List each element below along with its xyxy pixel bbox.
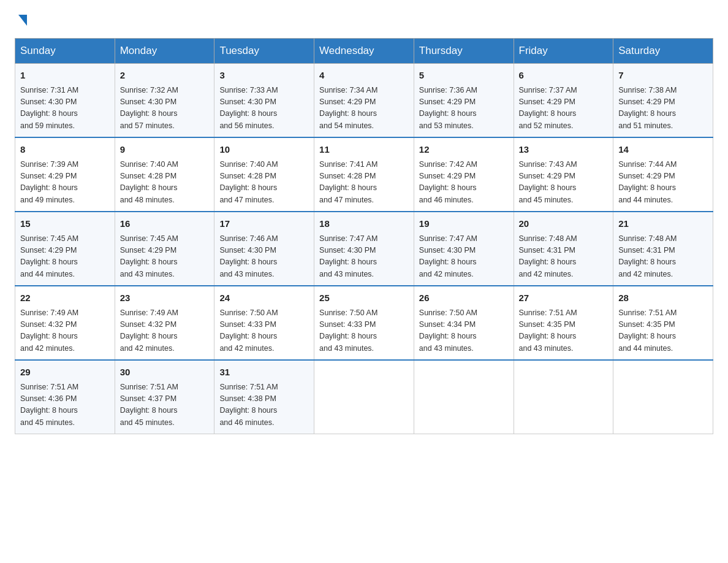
day-number: 14 bbox=[618, 143, 708, 157]
day-number: 17 bbox=[219, 217, 309, 231]
day-number: 27 bbox=[519, 291, 609, 305]
day-number: 18 bbox=[319, 217, 409, 231]
calendar-cell bbox=[314, 360, 414, 434]
day-info: Sunrise: 7:45 AMSunset: 4:29 PMDaylight:… bbox=[120, 233, 210, 281]
calendar-cell: 18Sunrise: 7:47 AMSunset: 4:30 PMDayligh… bbox=[314, 212, 414, 286]
calendar-cell: 15Sunrise: 7:45 AMSunset: 4:29 PMDayligh… bbox=[15, 212, 115, 286]
calendar-cell: 24Sunrise: 7:50 AMSunset: 4:33 PMDayligh… bbox=[214, 286, 314, 360]
day-number: 25 bbox=[319, 291, 409, 305]
day-number: 21 bbox=[618, 217, 708, 231]
day-number: 9 bbox=[120, 143, 210, 157]
day-info: Sunrise: 7:51 AMSunset: 4:38 PMDaylight:… bbox=[219, 381, 309, 429]
day-info: Sunrise: 7:45 AMSunset: 4:29 PMDaylight:… bbox=[20, 233, 110, 281]
calendar-week-row: 1Sunrise: 7:31 AMSunset: 4:30 PMDaylight… bbox=[15, 64, 713, 138]
col-header-thursday: Thursday bbox=[414, 39, 514, 64]
day-number: 24 bbox=[219, 291, 309, 305]
calendar-cell: 2Sunrise: 7:32 AMSunset: 4:30 PMDaylight… bbox=[115, 64, 214, 138]
calendar-cell: 10Sunrise: 7:40 AMSunset: 4:28 PMDayligh… bbox=[214, 137, 314, 212]
day-number: 11 bbox=[319, 143, 409, 157]
logo-triangle-icon bbox=[18, 15, 27, 26]
day-number: 2 bbox=[120, 69, 210, 83]
calendar-cell: 16Sunrise: 7:45 AMSunset: 4:29 PMDayligh… bbox=[115, 212, 214, 286]
day-number: 28 bbox=[618, 291, 708, 305]
calendar-cell: 30Sunrise: 7:51 AMSunset: 4:37 PMDayligh… bbox=[115, 360, 214, 434]
calendar-cell: 31Sunrise: 7:51 AMSunset: 4:38 PMDayligh… bbox=[214, 360, 314, 434]
calendar-cell bbox=[514, 360, 613, 434]
logo-blue-text bbox=[15, 15, 27, 26]
day-info: Sunrise: 7:49 AMSunset: 4:32 PMDaylight:… bbox=[120, 307, 210, 355]
day-number: 8 bbox=[20, 143, 110, 157]
day-info: Sunrise: 7:34 AMSunset: 4:29 PMDaylight:… bbox=[319, 85, 409, 132]
day-info: Sunrise: 7:32 AMSunset: 4:30 PMDaylight:… bbox=[120, 85, 210, 132]
calendar-cell: 25Sunrise: 7:50 AMSunset: 4:33 PMDayligh… bbox=[314, 286, 414, 360]
calendar-cell: 7Sunrise: 7:38 AMSunset: 4:29 PMDaylight… bbox=[613, 64, 713, 138]
day-info: Sunrise: 7:40 AMSunset: 4:28 PMDaylight:… bbox=[120, 159, 210, 207]
day-info: Sunrise: 7:51 AMSunset: 4:36 PMDaylight:… bbox=[20, 381, 110, 429]
calendar-cell: 19Sunrise: 7:47 AMSunset: 4:30 PMDayligh… bbox=[414, 212, 514, 286]
day-info: Sunrise: 7:33 AMSunset: 4:30 PMDaylight:… bbox=[219, 85, 309, 132]
calendar-cell: 3Sunrise: 7:33 AMSunset: 4:30 PMDaylight… bbox=[214, 64, 314, 138]
calendar-cell: 29Sunrise: 7:51 AMSunset: 4:36 PMDayligh… bbox=[15, 360, 115, 434]
day-number: 19 bbox=[419, 217, 509, 231]
calendar-cell bbox=[613, 360, 713, 434]
day-number: 31 bbox=[219, 366, 309, 380]
day-info: Sunrise: 7:44 AMSunset: 4:29 PMDaylight:… bbox=[618, 159, 708, 207]
day-number: 4 bbox=[319, 69, 409, 83]
day-info: Sunrise: 7:50 AMSunset: 4:33 PMDaylight:… bbox=[319, 307, 409, 355]
calendar-cell: 26Sunrise: 7:50 AMSunset: 4:34 PMDayligh… bbox=[414, 286, 514, 360]
calendar-cell: 27Sunrise: 7:51 AMSunset: 4:35 PMDayligh… bbox=[514, 286, 613, 360]
day-number: 30 bbox=[120, 366, 210, 380]
day-info: Sunrise: 7:51 AMSunset: 4:37 PMDaylight:… bbox=[120, 381, 210, 429]
calendar-cell: 4Sunrise: 7:34 AMSunset: 4:29 PMDaylight… bbox=[314, 64, 414, 138]
calendar-cell: 21Sunrise: 7:48 AMSunset: 4:31 PMDayligh… bbox=[613, 212, 713, 286]
day-number: 22 bbox=[20, 291, 110, 305]
day-info: Sunrise: 7:51 AMSunset: 4:35 PMDaylight:… bbox=[618, 307, 708, 355]
day-info: Sunrise: 7:37 AMSunset: 4:29 PMDaylight:… bbox=[519, 85, 609, 132]
day-info: Sunrise: 7:51 AMSunset: 4:35 PMDaylight:… bbox=[519, 307, 609, 355]
day-number: 7 bbox=[618, 69, 708, 83]
calendar-cell: 17Sunrise: 7:46 AMSunset: 4:30 PMDayligh… bbox=[214, 212, 314, 286]
col-header-friday: Friday bbox=[514, 39, 613, 64]
day-info: Sunrise: 7:31 AMSunset: 4:30 PMDaylight:… bbox=[20, 85, 110, 132]
calendar-cell: 8Sunrise: 7:39 AMSunset: 4:29 PMDaylight… bbox=[15, 137, 115, 212]
day-info: Sunrise: 7:50 AMSunset: 4:33 PMDaylight:… bbox=[219, 307, 309, 355]
day-number: 16 bbox=[120, 217, 210, 231]
calendar-cell: 22Sunrise: 7:49 AMSunset: 4:32 PMDayligh… bbox=[15, 286, 115, 360]
day-info: Sunrise: 7:42 AMSunset: 4:29 PMDaylight:… bbox=[419, 159, 509, 207]
day-number: 1 bbox=[20, 69, 110, 83]
calendar-cell bbox=[414, 360, 514, 434]
day-info: Sunrise: 7:47 AMSunset: 4:30 PMDaylight:… bbox=[419, 233, 509, 281]
day-info: Sunrise: 7:50 AMSunset: 4:34 PMDaylight:… bbox=[419, 307, 509, 355]
day-number: 3 bbox=[219, 69, 309, 83]
col-header-saturday: Saturday bbox=[613, 39, 713, 64]
calendar-cell: 9Sunrise: 7:40 AMSunset: 4:28 PMDaylight… bbox=[115, 137, 214, 212]
day-info: Sunrise: 7:48 AMSunset: 4:31 PMDaylight:… bbox=[519, 233, 609, 281]
day-number: 15 bbox=[20, 217, 110, 231]
calendar-week-row: 15Sunrise: 7:45 AMSunset: 4:29 PMDayligh… bbox=[15, 212, 713, 286]
calendar-cell: 28Sunrise: 7:51 AMSunset: 4:35 PMDayligh… bbox=[613, 286, 713, 360]
col-header-tuesday: Tuesday bbox=[214, 39, 314, 64]
col-header-wednesday: Wednesday bbox=[314, 39, 414, 64]
calendar-cell: 23Sunrise: 7:49 AMSunset: 4:32 PMDayligh… bbox=[115, 286, 214, 360]
calendar-cell: 1Sunrise: 7:31 AMSunset: 4:30 PMDaylight… bbox=[15, 64, 115, 138]
day-number: 13 bbox=[519, 143, 609, 157]
calendar-cell: 13Sunrise: 7:43 AMSunset: 4:29 PMDayligh… bbox=[514, 137, 613, 212]
page-header bbox=[15, 15, 713, 26]
day-info: Sunrise: 7:48 AMSunset: 4:31 PMDaylight:… bbox=[618, 233, 708, 281]
col-header-monday: Monday bbox=[115, 39, 214, 64]
calendar-week-row: 22Sunrise: 7:49 AMSunset: 4:32 PMDayligh… bbox=[15, 286, 713, 360]
col-header-sunday: Sunday bbox=[15, 39, 115, 64]
day-info: Sunrise: 7:46 AMSunset: 4:30 PMDaylight:… bbox=[219, 233, 309, 281]
day-number: 5 bbox=[419, 69, 509, 83]
calendar-cell: 5Sunrise: 7:36 AMSunset: 4:29 PMDaylight… bbox=[414, 64, 514, 138]
day-info: Sunrise: 7:47 AMSunset: 4:30 PMDaylight:… bbox=[319, 233, 409, 281]
day-info: Sunrise: 7:40 AMSunset: 4:28 PMDaylight:… bbox=[219, 159, 309, 207]
logo bbox=[15, 15, 27, 26]
calendar-table: SundayMondayTuesdayWednesdayThursdayFrid… bbox=[15, 38, 713, 434]
day-number: 12 bbox=[419, 143, 509, 157]
day-number: 23 bbox=[120, 291, 210, 305]
day-info: Sunrise: 7:43 AMSunset: 4:29 PMDaylight:… bbox=[519, 159, 609, 207]
day-info: Sunrise: 7:36 AMSunset: 4:29 PMDaylight:… bbox=[419, 85, 509, 132]
calendar-cell: 12Sunrise: 7:42 AMSunset: 4:29 PMDayligh… bbox=[414, 137, 514, 212]
calendar-cell: 6Sunrise: 7:37 AMSunset: 4:29 PMDaylight… bbox=[514, 64, 613, 138]
